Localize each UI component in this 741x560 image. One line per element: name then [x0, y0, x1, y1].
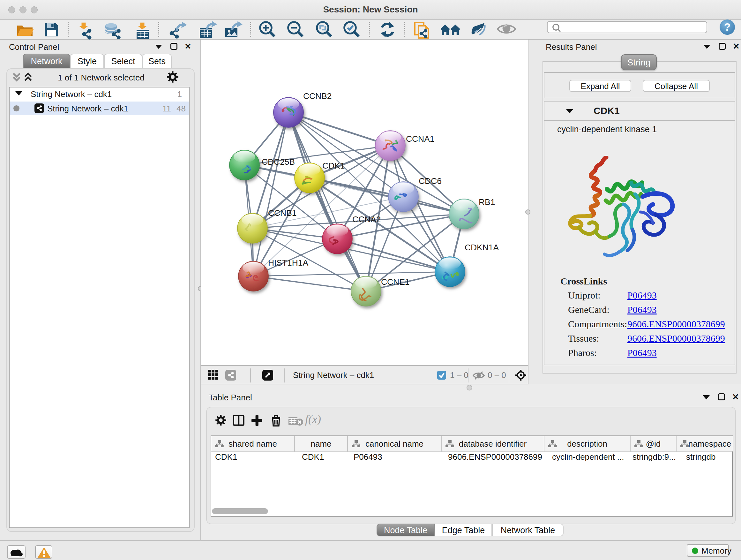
svg-text:CDC6: CDC6 — [419, 176, 442, 186]
svg-text:CCNB2: CCNB2 — [303, 91, 332, 101]
svg-text:CDC25B: CDC25B — [262, 157, 295, 167]
svg-text:CCNE1: CCNE1 — [381, 277, 409, 287]
svg-text:CDKN1A: CDKN1A — [465, 243, 499, 252]
svg-text:HIST1H1A: HIST1H1A — [268, 258, 309, 267]
svg-text:?: ? — [724, 21, 731, 33]
svg-text:RB1: RB1 — [479, 197, 495, 207]
svg-text:CCNA2: CCNA2 — [352, 214, 381, 224]
svg-text:CCNA1: CCNA1 — [406, 134, 434, 144]
svg-text:CDK1: CDK1 — [322, 161, 345, 171]
svg-text:CCNB1: CCNB1 — [268, 208, 296, 218]
